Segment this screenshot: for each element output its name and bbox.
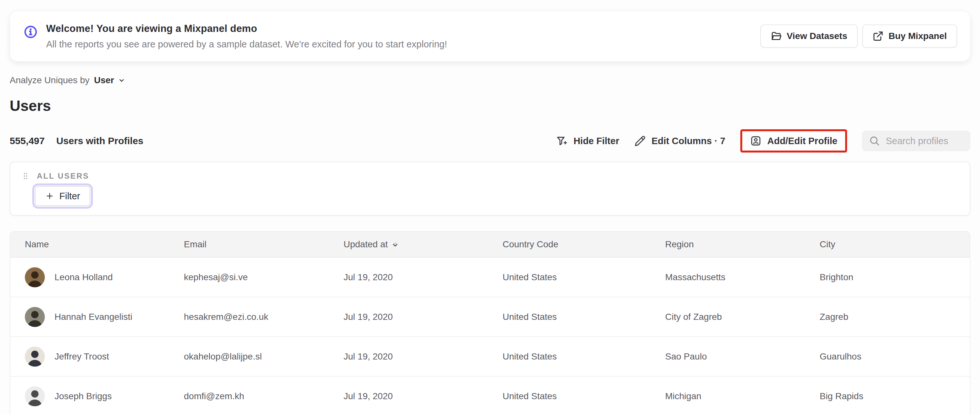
cell-updated-at: Jul 19, 2020 bbox=[344, 391, 503, 401]
page-title: Users bbox=[10, 97, 970, 114]
profiles-count: 555,497 Users with Profiles bbox=[10, 135, 143, 146]
filter-group-label: ALL USERS bbox=[37, 171, 89, 181]
column-header-country-code[interactable]: Country Code bbox=[503, 239, 665, 249]
search-icon bbox=[869, 135, 880, 146]
cell-city: Brighton bbox=[820, 272, 970, 282]
main-content: Analyze Uniques by User Users 555,497 Us… bbox=[10, 62, 970, 414]
table-row[interactable]: Hannah Evangelisti hesakrem@ezi.co.uk Ju… bbox=[10, 297, 970, 337]
banner-message: Welcome! You are viewing a Mixpanel demo… bbox=[24, 23, 447, 50]
cell-region: Massachusetts bbox=[665, 272, 820, 282]
edit-columns-label: Edit Columns · 7 bbox=[652, 136, 725, 146]
cell-country-code: United States bbox=[503, 351, 665, 362]
hide-filter-label: Hide Filter bbox=[574, 136, 619, 146]
table-toolbar: Hide Filter Edit Columns · 7 bbox=[556, 129, 970, 152]
edit-columns-button[interactable]: Edit Columns · 7 bbox=[634, 135, 725, 147]
analyze-by-dropdown[interactable]: User bbox=[94, 75, 126, 86]
cell-country-code: United States bbox=[503, 312, 665, 322]
hide-filter-button[interactable]: Hide Filter bbox=[556, 135, 619, 147]
add-edit-profile-highlight: Add/Edit Profile bbox=[740, 129, 848, 152]
banner-subtitle: All the reports you see are powered by a… bbox=[46, 39, 447, 50]
avatar bbox=[25, 347, 45, 366]
banner-text: Welcome! You are viewing a Mixpanel demo… bbox=[46, 23, 447, 50]
cell-country-code: United States bbox=[503, 272, 665, 282]
buy-mixpanel-label: Buy Mixpanel bbox=[889, 31, 947, 41]
cell-country-code: United States bbox=[503, 391, 665, 401]
column-header-city[interactable]: City bbox=[820, 239, 970, 249]
pencil-icon bbox=[634, 135, 646, 147]
cell-region: Michigan bbox=[665, 391, 820, 401]
buy-mixpanel-button[interactable]: Buy Mixpanel bbox=[862, 24, 957, 48]
column-header-name[interactable]: Name bbox=[25, 239, 184, 249]
cell-name: Jeffrey Troost bbox=[54, 351, 109, 362]
cell-city: Zagreb bbox=[820, 312, 970, 322]
cell-city: Big Rapids bbox=[820, 391, 970, 401]
cell-name: Leona Holland bbox=[54, 272, 113, 282]
cell-email: okahelop@lalijpe.sl bbox=[184, 351, 344, 362]
filter-button-focus-ring: Filter bbox=[32, 184, 93, 209]
search-profiles-input[interactable] bbox=[886, 136, 963, 146]
analyze-uniques-label: Analyze Uniques by bbox=[10, 75, 89, 86]
cell-updated-at: Jul 19, 2020 bbox=[344, 272, 503, 282]
add-filter-button[interactable]: Filter bbox=[35, 186, 90, 206]
cell-email: domfi@zem.kh bbox=[184, 391, 344, 401]
avatar bbox=[25, 386, 45, 406]
view-datasets-button[interactable]: View Datasets bbox=[760, 24, 858, 48]
profiles-count-value: 555,497 bbox=[10, 135, 45, 146]
chevron-down-icon bbox=[118, 76, 126, 84]
search-profiles-box[interactable] bbox=[862, 130, 970, 151]
banner-actions: View Datasets Buy Mixpanel bbox=[760, 24, 957, 48]
analyze-uniques-row: Analyze Uniques by User bbox=[10, 75, 970, 86]
filter-panel: ALL USERS Filter bbox=[10, 162, 970, 216]
funnel-plus-icon bbox=[556, 135, 568, 147]
avatar bbox=[25, 267, 45, 287]
analyze-by-value: User bbox=[94, 75, 114, 86]
cell-updated-at: Jul 19, 2020 bbox=[344, 351, 503, 362]
cell-email: kephesaj@si.ve bbox=[184, 272, 344, 282]
external-link-icon bbox=[873, 31, 883, 41]
info-icon bbox=[24, 25, 38, 39]
column-header-updated-at[interactable]: Updated at bbox=[344, 239, 503, 249]
folder-icon bbox=[771, 31, 782, 41]
cell-region: Sao Paulo bbox=[665, 351, 820, 362]
cell-name: Joseph Briggs bbox=[54, 391, 111, 401]
add-edit-profile-button[interactable]: Add/Edit Profile bbox=[750, 135, 838, 147]
table-row[interactable]: Jeffrey Troost okahelop@lalijpe.sl Jul 1… bbox=[10, 337, 970, 377]
cell-name: Hannah Evangelisti bbox=[54, 312, 132, 322]
filter-panel-header: ALL USERS bbox=[21, 171, 970, 181]
add-filter-label: Filter bbox=[59, 191, 80, 201]
avatar bbox=[25, 307, 45, 327]
table-row[interactable]: Leona Holland kephesaj@si.ve Jul 19, 202… bbox=[10, 258, 970, 297]
profiles-count-label: Users with Profiles bbox=[56, 135, 143, 146]
cell-email: hesakrem@ezi.co.uk bbox=[184, 312, 344, 322]
add-edit-profile-label: Add/Edit Profile bbox=[767, 136, 838, 146]
cell-updated-at: Jul 19, 2020 bbox=[344, 312, 503, 322]
drag-handle-icon[interactable] bbox=[21, 171, 30, 181]
profile-card-icon bbox=[750, 135, 762, 147]
view-datasets-label: View Datasets bbox=[787, 31, 848, 41]
cell-city: Guarulhos bbox=[820, 351, 970, 362]
table-row[interactable]: Joseph Briggs domfi@zem.kh Jul 19, 2020 … bbox=[10, 377, 970, 414]
cell-region: City of Zagreb bbox=[665, 312, 820, 322]
welcome-banner: Welcome! You are viewing a Mixpanel demo… bbox=[10, 11, 970, 62]
table-header-row: Name Email Updated at Country Code Regio… bbox=[10, 232, 970, 258]
column-header-email[interactable]: Email bbox=[184, 239, 344, 249]
plus-icon bbox=[45, 192, 54, 201]
sort-icon[interactable] bbox=[391, 241, 399, 247]
count-toolbar-row: 555,497 Users with Profiles Hide Filter bbox=[10, 127, 970, 154]
column-header-region[interactable]: Region bbox=[665, 239, 820, 249]
banner-title: Welcome! You are viewing a Mixpanel demo bbox=[46, 23, 447, 35]
users-table: Name Email Updated at Country Code Regio… bbox=[10, 231, 970, 414]
